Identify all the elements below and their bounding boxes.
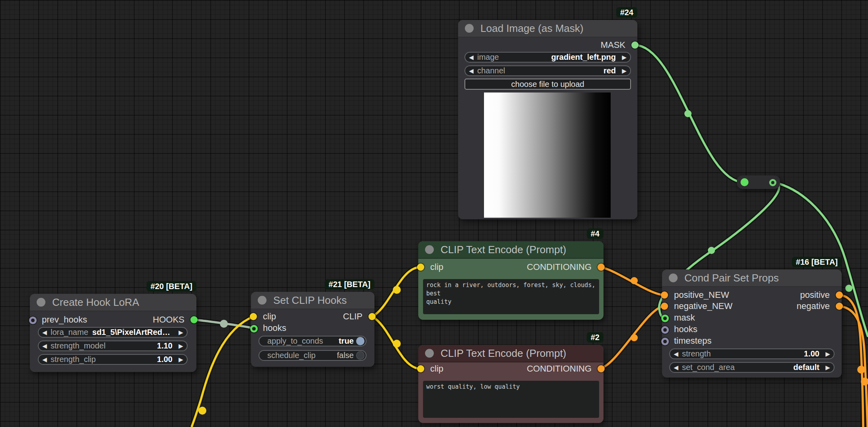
next-arrow-icon[interactable]: ▶ bbox=[175, 342, 187, 350]
channel-widget[interactable]: ◀ channel red ▶ bbox=[464, 65, 631, 76]
output-label-hooks: HOOKS bbox=[153, 314, 184, 325]
node-clip-text-encode-negative[interactable]: #2 CLIP Text Encode (Prompt) clip CONDIT… bbox=[418, 345, 603, 423]
collapse-dot-icon[interactable] bbox=[425, 245, 434, 254]
node-load-image-as-mask[interactable]: #24 Load Image (as Mask) MASK ◀ image gr… bbox=[458, 20, 637, 219]
prompt-textarea[interactable]: worst quality, low quality bbox=[423, 381, 599, 418]
node-cond-pair-set-props[interactable]: #16 [BETA] Cond Pair Set Props positive_… bbox=[662, 270, 842, 378]
strength-model-widget[interactable]: ◀ strength_model 1.10 ▶ bbox=[38, 340, 188, 351]
wire-dot-mask-upper[interactable] bbox=[684, 110, 692, 117]
next-arrow-icon[interactable]: ▶ bbox=[175, 329, 187, 336]
hooks-output-slot[interactable] bbox=[190, 316, 198, 323]
lora-name-widget[interactable]: ◀ lora_name sd1_5\PixelArtRedmond... ▶ bbox=[38, 327, 188, 338]
widget-value: red bbox=[505, 66, 618, 75]
output-label-mask: MASK bbox=[601, 39, 625, 51]
apply-to-conds-toggle[interactable]: apply_to_conds true bbox=[259, 336, 366, 346]
positive-new-input-slot[interactable] bbox=[661, 291, 668, 299]
wire-dot-mask-right[interactable] bbox=[845, 285, 852, 292]
clip-input-slot[interactable] bbox=[417, 264, 424, 271]
mask-output-slot[interactable] bbox=[631, 41, 639, 49]
wire-dot-cond-negative[interactable] bbox=[631, 334, 638, 341]
wire-dot-clip-upper[interactable] bbox=[393, 286, 401, 294]
input-label-clip: clip bbox=[430, 262, 443, 273]
collapse-dot-icon[interactable] bbox=[669, 274, 678, 282]
prev-arrow-icon[interactable]: ◀ bbox=[39, 329, 51, 336]
mask-input-slot[interactable] bbox=[661, 315, 669, 322]
output-label-clip: CLIP bbox=[343, 311, 362, 322]
next-arrow-icon[interactable]: ▶ bbox=[618, 54, 630, 61]
output-label-conditioning: CONDITIONING bbox=[527, 363, 592, 374]
next-arrow-icon[interactable]: ▶ bbox=[175, 356, 187, 363]
conditioning-output-slot[interactable] bbox=[598, 365, 605, 372]
widget-value: 1.10 bbox=[106, 341, 175, 350]
node-graph-canvas[interactable]: #24 Load Image (as Mask) MASK ◀ image gr… bbox=[0, 0, 868, 427]
prev-arrow-icon[interactable]: ◀ bbox=[39, 342, 51, 350]
next-arrow-icon[interactable]: ▶ bbox=[822, 350, 834, 358]
input-label-mask: mask bbox=[674, 312, 695, 323]
input-label-timesteps: timesteps bbox=[674, 335, 711, 346]
strength-clip-widget[interactable]: ◀ strength_clip 1.00 ▶ bbox=[38, 354, 188, 365]
widget-label: set_cond_area bbox=[682, 363, 735, 372]
clip-input-slot[interactable] bbox=[250, 313, 257, 320]
widget-label: image bbox=[477, 53, 499, 62]
hooks-input-slot[interactable] bbox=[250, 325, 258, 333]
timesteps-input-slot[interactable] bbox=[661, 338, 669, 345]
collapse-dot-icon[interactable] bbox=[465, 24, 474, 33]
wire-dot-clip-offscreen[interactable] bbox=[198, 407, 206, 415]
node-title: Load Image (as Mask) bbox=[480, 20, 584, 37]
collapse-dot-icon[interactable] bbox=[425, 349, 434, 358]
clip-output-slot[interactable] bbox=[368, 313, 376, 320]
prev-arrow-icon[interactable]: ◀ bbox=[670, 350, 682, 358]
input-label-hooks: hooks bbox=[674, 324, 698, 335]
collapse-dot-icon[interactable] bbox=[258, 296, 266, 305]
widget-value: gradient_left.png bbox=[499, 53, 618, 62]
schedule-clip-toggle[interactable]: schedule_clip false bbox=[259, 350, 366, 361]
node-badge: #4 bbox=[587, 228, 603, 239]
strength-widget[interactable]: ◀ strength 1.00 ▶ bbox=[669, 348, 835, 359]
prev-arrow-icon[interactable]: ◀ bbox=[465, 54, 477, 61]
widget-label: apply_to_conds bbox=[267, 336, 323, 346]
set-cond-area-widget[interactable]: ◀ set_cond_area default ▶ bbox=[669, 362, 835, 373]
node-set-clip-hooks[interactable]: #21 [BETA] Set CLIP Hooks clip CLIP hook… bbox=[251, 292, 374, 367]
widget-label: strength_model bbox=[51, 341, 106, 350]
wire-dot-clip-lower[interactable] bbox=[393, 340, 401, 348]
node-clip-text-encode-positive[interactable]: #4 CLIP Text Encode (Prompt) clip CONDIT… bbox=[418, 241, 603, 320]
collapse-dot-icon[interactable] bbox=[37, 298, 45, 307]
prev-hooks-input-slot[interactable] bbox=[29, 317, 37, 324]
wire-dot-cond-positive[interactable] bbox=[631, 277, 638, 284]
image-widget[interactable]: ◀ image gradient_left.png ▶ bbox=[464, 52, 631, 63]
node-badge: #2 bbox=[587, 332, 603, 342]
reroute-output-slot[interactable] bbox=[769, 179, 776, 186]
hooks-input-slot[interactable] bbox=[661, 326, 669, 334]
next-arrow-icon[interactable]: ▶ bbox=[618, 67, 630, 75]
prev-arrow-icon[interactable]: ◀ bbox=[670, 364, 682, 371]
widget-value: 1.00 bbox=[96, 355, 175, 364]
input-label-prev-hooks: prev_hooks bbox=[42, 314, 87, 325]
widget-value: default bbox=[735, 363, 822, 372]
prev-arrow-icon[interactable]: ◀ bbox=[39, 356, 51, 363]
toggle-off-icon[interactable] bbox=[356, 351, 364, 360]
node-badge: #20 [BETA] bbox=[147, 281, 196, 291]
node-title: Create Hook LoRA bbox=[52, 294, 139, 311]
reroute-input-slot[interactable] bbox=[741, 178, 748, 186]
widget-value: 1.00 bbox=[711, 349, 822, 358]
wire-dot-mask-left[interactable] bbox=[708, 247, 715, 254]
choose-file-button[interactable]: choose file to upload bbox=[464, 79, 631, 90]
negative-output-slot[interactable] bbox=[836, 303, 843, 310]
wire-dot-positive-out[interactable] bbox=[857, 366, 865, 374]
next-arrow-icon[interactable]: ▶ bbox=[822, 364, 834, 371]
toggle-on-icon[interactable] bbox=[356, 337, 364, 345]
clip-input-slot[interactable] bbox=[417, 365, 424, 372]
node-reroute[interactable] bbox=[737, 175, 780, 189]
mask-image-preview bbox=[484, 92, 611, 218]
wire-dot-hooks[interactable] bbox=[220, 320, 228, 328]
node-badge: #24 bbox=[616, 7, 637, 18]
conditioning-output-slot[interactable] bbox=[598, 264, 605, 271]
widget-label: channel bbox=[477, 66, 505, 75]
negative-new-input-slot[interactable] bbox=[661, 303, 668, 310]
prev-arrow-icon[interactable]: ◀ bbox=[465, 67, 477, 75]
node-create-hook-lora[interactable]: #20 [BETA] Create Hook LoRA prev_hooks H… bbox=[30, 294, 196, 372]
node-title: CLIP Text Encode (Prompt) bbox=[441, 241, 566, 258]
prompt-textarea[interactable]: rock in a river, outdoors, forest, sky, … bbox=[423, 279, 599, 314]
widget-label: strength_clip bbox=[51, 355, 96, 364]
positive-output-slot[interactable] bbox=[836, 291, 843, 299]
